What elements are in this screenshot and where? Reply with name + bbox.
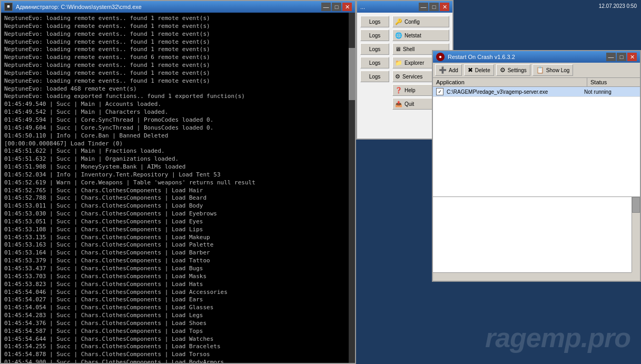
add-label: Add	[449, 67, 458, 73]
cmd-scrollbar-thumb	[349, 48, 355, 101]
services-label: Services	[402, 74, 422, 80]
roc-title: Restart On Crash v1.6.3.2	[448, 54, 515, 60]
delete-button[interactable]: ✖ Delete	[464, 64, 494, 76]
netstat-button[interactable]: 🌐 Netstat	[392, 29, 449, 41]
delete-icon: ✖	[468, 66, 473, 74]
shell-label: Shell	[403, 46, 415, 52]
shell-icon: 🖥	[395, 46, 401, 52]
app-checkbox[interactable]: ✓	[436, 88, 443, 95]
logs-button-5[interactable]: Logs	[360, 71, 389, 82]
config-label: Config	[405, 19, 420, 25]
application-header: Application	[433, 78, 587, 86]
show-log-label: Show Log	[546, 67, 569, 73]
add-icon: ➕	[439, 66, 447, 74]
panel-window-controls: — □ ✕	[419, 3, 449, 11]
roc-app-icon: ●	[436, 53, 445, 61]
roc-minimize-button[interactable]: —	[606, 53, 616, 61]
cmd-window: ■ Администратор: C:\Windows\system32\cmd…	[0, 0, 356, 364]
panel-minimize-button[interactable]: —	[419, 3, 428, 11]
cmd-scrollbar[interactable]	[349, 13, 355, 363]
netstat-icon: 🌐	[395, 32, 402, 39]
logs-button-1[interactable]: Logs	[360, 16, 389, 27]
status-header: Status	[587, 78, 640, 86]
config-icon: 🔑	[395, 18, 402, 25]
cmd-maximize-button[interactable]: □	[332, 3, 341, 11]
panel-title: ...	[360, 4, 365, 10]
table-row[interactable]: ✓ C:\RAGEMP\redage_v3\ragemp-server.exe …	[433, 87, 640, 97]
help-icon: ❓	[395, 87, 402, 94]
roc-scrollbar-thumb	[632, 197, 640, 213]
panel-logs: Logs Logs Logs Logs Logs	[360, 16, 389, 135]
cmd-log-lines: NeptuneEvo: loading remote events.. foun…	[4, 15, 255, 363]
time-display: 12.07.2023 0:50	[546, 0, 641, 12]
netstat-label: Netstat	[405, 33, 421, 38]
logs-button-4[interactable]: Logs	[360, 57, 389, 68]
roc-titlebar: ● Restart On Crash v1.6.3.2 — □ ✕	[433, 51, 640, 63]
panel-maximize-button[interactable]: □	[429, 3, 439, 11]
explorer-label: Explorer	[405, 60, 424, 66]
roc-app-list: ✓ C:\RAGEMP\redage_v3\ragemp-server.exe …	[433, 87, 640, 196]
cmd-text: NeptuneEvo: loading remote events.. foun…	[4, 15, 352, 363]
logs-button-2[interactable]: Logs	[360, 29, 389, 41]
cmd-minimize-button[interactable]: —	[321, 3, 331, 11]
quit-icon: 📤	[395, 101, 402, 107]
roc-maximize-button[interactable]: □	[617, 53, 626, 61]
add-button[interactable]: ➕ Add	[435, 64, 462, 76]
roc-horizontal-scrollbar[interactable]	[433, 272, 632, 281]
cmd-app-icon: ■	[4, 3, 13, 11]
cmd-close-button[interactable]: ✕	[342, 3, 352, 11]
roc-title-left: ● Restart On Crash v1.6.3.2	[436, 53, 515, 61]
roc-scrollbar-corner	[632, 272, 640, 281]
app-status: Not running	[584, 89, 637, 95]
roc-window: ● Restart On Crash v1.6.3.2 — □ ✕ ➕ Add …	[432, 50, 641, 282]
settings-icon: ⚙	[500, 66, 506, 74]
roc-toolbar: ➕ Add ✖ Delete ⚙ Settings 📋 Show Log	[433, 63, 640, 78]
show-log-icon: 📋	[536, 66, 544, 74]
background-watermark: ragemp.pro	[485, 322, 630, 353]
config-button[interactable]: 🔑 Config	[392, 16, 449, 27]
settings-button[interactable]: ⚙ Settings	[496, 64, 530, 76]
show-log-button[interactable]: 📋 Show Log	[532, 64, 573, 76]
panel-close-button[interactable]: ✕	[440, 3, 449, 11]
settings-label: Settings	[508, 67, 527, 73]
roc-window-controls: — □ ✕	[606, 53, 637, 61]
services-icon: ⚙	[395, 73, 400, 80]
cmd-window-controls: — □ ✕	[321, 3, 352, 11]
cmd-titlebar: ■ Администратор: C:\Windows\system32\cmd…	[1, 1, 355, 13]
roc-vertical-scrollbar[interactable]	[632, 197, 640, 272]
help-label: Help	[405, 87, 416, 93]
cmd-title: Администратор: C:\Windows\system32\cmd.e…	[16, 4, 142, 10]
delete-label: Delete	[475, 67, 490, 73]
app-path: C:\RAGEMP\redage_v3\ragemp-server.exe	[447, 89, 584, 95]
roc-column-headers: Application Status	[433, 78, 640, 87]
explorer-icon: 📁	[395, 60, 402, 66]
roc-close-button[interactable]: ✕	[627, 53, 637, 61]
quit-label: Quit	[405, 101, 414, 107]
cmd-output: NeptuneEvo: loading remote events.. foun…	[1, 13, 355, 363]
panel-titlebar: ... — □ ✕	[357, 1, 452, 13]
logs-button-3[interactable]: Logs	[360, 43, 389, 55]
roc-details-panel	[433, 196, 640, 281]
cmd-titlebar-left: ■ Администратор: C:\Windows\system32\cmd…	[4, 3, 142, 11]
